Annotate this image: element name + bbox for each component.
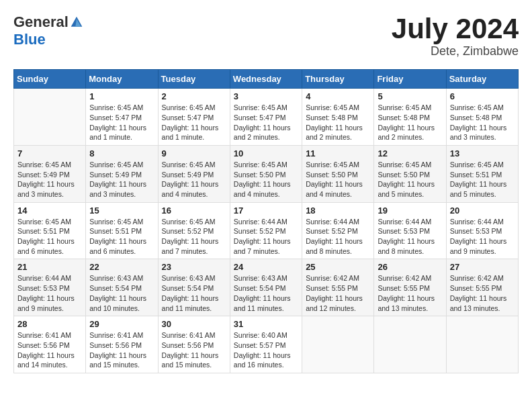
calendar-week-row: 21Sunrise: 6:44 AMSunset: 5:53 PMDayligh… (14, 259, 519, 316)
day-info: Sunrise: 6:44 AMSunset: 5:53 PMDaylight:… (378, 217, 442, 257)
calendar-cell: 11Sunrise: 6:45 AMSunset: 5:50 PMDayligh… (302, 145, 374, 202)
logo: General Blue (13, 13, 83, 48)
calendar-cell: 7Sunrise: 6:45 AMSunset: 5:49 PMDaylight… (14, 145, 86, 202)
logo-icon (70, 15, 83, 29)
day-info: Sunrise: 6:43 AMSunset: 5:54 PMDaylight:… (89, 273, 154, 313)
day-info: Sunrise: 6:45 AMSunset: 5:51 PMDaylight:… (89, 217, 154, 257)
day-number: 27 (450, 262, 515, 272)
day-info: Sunrise: 6:45 AMSunset: 5:51 PMDaylight:… (17, 217, 82, 257)
calendar-table: SundayMondayTuesdayWednesdayThursdayFrid… (13, 69, 519, 373)
day-number: 31 (234, 319, 298, 329)
calendar-cell: 15Sunrise: 6:45 AMSunset: 5:51 PMDayligh… (86, 202, 158, 259)
calendar-body: 1Sunrise: 6:45 AMSunset: 5:47 PMDaylight… (14, 89, 519, 373)
day-info: Sunrise: 6:45 AMSunset: 5:49 PMDaylight:… (89, 160, 154, 199)
day-info: Sunrise: 6:40 AMSunset: 5:57 PMDaylight:… (234, 330, 298, 370)
day-info: Sunrise: 6:41 AMSunset: 5:56 PMDaylight:… (89, 330, 154, 370)
calendar-cell (14, 89, 86, 146)
calendar-cell: 24Sunrise: 6:43 AMSunset: 5:54 PMDayligh… (230, 259, 302, 316)
day-number: 8 (89, 148, 154, 158)
day-number: 10 (234, 148, 298, 158)
day-number: 18 (306, 205, 370, 216)
weekday-header-friday: Friday (374, 70, 446, 89)
weekday-header-monday: Monday (86, 70, 158, 89)
calendar-week-row: 28Sunrise: 6:41 AMSunset: 5:56 PMDayligh… (14, 316, 519, 373)
day-info: Sunrise: 6:45 AMSunset: 5:50 PMDaylight:… (306, 160, 370, 199)
day-number: 2 (162, 91, 226, 101)
calendar-week-row: 14Sunrise: 6:45 AMSunset: 5:51 PMDayligh… (14, 202, 519, 259)
calendar-cell: 25Sunrise: 6:42 AMSunset: 5:55 PMDayligh… (302, 259, 374, 316)
calendar-cell (302, 316, 374, 373)
calendar-cell: 1Sunrise: 6:45 AMSunset: 5:47 PMDaylight… (86, 89, 158, 146)
calendar-cell (374, 316, 446, 373)
day-info: Sunrise: 6:45 AMSunset: 5:47 PMDaylight:… (234, 103, 298, 142)
calendar-cell: 31Sunrise: 6:40 AMSunset: 5:57 PMDayligh… (230, 316, 302, 373)
day-info: Sunrise: 6:41 AMSunset: 5:56 PMDaylight:… (17, 330, 82, 370)
calendar-cell: 16Sunrise: 6:45 AMSunset: 5:52 PMDayligh… (158, 202, 230, 259)
calendar-cell: 9Sunrise: 6:45 AMSunset: 5:49 PMDaylight… (158, 145, 230, 202)
calendar-cell: 3Sunrise: 6:45 AMSunset: 5:47 PMDaylight… (230, 89, 302, 146)
day-info: Sunrise: 6:45 AMSunset: 5:47 PMDaylight:… (162, 103, 226, 142)
calendar-cell: 12Sunrise: 6:45 AMSunset: 5:50 PMDayligh… (374, 145, 446, 202)
day-info: Sunrise: 6:42 AMSunset: 5:55 PMDaylight:… (306, 273, 370, 313)
calendar-header: SundayMondayTuesdayWednesdayThursdayFrid… (14, 70, 519, 89)
day-info: Sunrise: 6:45 AMSunset: 5:51 PMDaylight:… (450, 160, 515, 199)
calendar-cell: 23Sunrise: 6:43 AMSunset: 5:54 PMDayligh… (158, 259, 230, 316)
location-text: Dete, Zimbabwe (392, 44, 519, 58)
day-number: 28 (17, 319, 82, 329)
logo-blue-text: Blue (13, 31, 46, 48)
day-number: 15 (89, 205, 154, 216)
day-number: 7 (17, 148, 82, 158)
day-info: Sunrise: 6:45 AMSunset: 5:49 PMDaylight:… (162, 160, 226, 199)
day-number: 14 (17, 205, 82, 216)
day-info: Sunrise: 6:42 AMSunset: 5:55 PMDaylight:… (378, 273, 442, 313)
day-number: 21 (17, 262, 82, 272)
logo-general-text: General (13, 13, 69, 31)
calendar-cell: 26Sunrise: 6:42 AMSunset: 5:55 PMDayligh… (374, 259, 446, 316)
calendar-cell: 29Sunrise: 6:41 AMSunset: 5:56 PMDayligh… (86, 316, 158, 373)
title-area: July 2024 Dete, Zimbabwe (392, 13, 519, 58)
calendar-cell: 8Sunrise: 6:45 AMSunset: 5:49 PMDaylight… (86, 145, 158, 202)
weekday-header-sunday: Sunday (14, 70, 86, 89)
day-number: 26 (378, 262, 442, 272)
day-number: 12 (378, 148, 442, 158)
day-info: Sunrise: 6:43 AMSunset: 5:54 PMDaylight:… (234, 273, 298, 313)
day-info: Sunrise: 6:43 AMSunset: 5:54 PMDaylight:… (162, 273, 226, 313)
day-info: Sunrise: 6:45 AMSunset: 5:48 PMDaylight:… (378, 103, 442, 142)
calendar-cell: 28Sunrise: 6:41 AMSunset: 5:56 PMDayligh… (14, 316, 86, 373)
calendar-cell: 19Sunrise: 6:44 AMSunset: 5:53 PMDayligh… (374, 202, 446, 259)
calendar-cell: 30Sunrise: 6:41 AMSunset: 5:56 PMDayligh… (158, 316, 230, 373)
day-info: Sunrise: 6:45 AMSunset: 5:50 PMDaylight:… (378, 160, 442, 199)
calendar-cell: 21Sunrise: 6:44 AMSunset: 5:53 PMDayligh… (14, 259, 86, 316)
day-info: Sunrise: 6:45 AMSunset: 5:52 PMDaylight:… (162, 217, 226, 257)
day-info: Sunrise: 6:42 AMSunset: 5:55 PMDaylight:… (450, 273, 515, 313)
calendar-cell: 22Sunrise: 6:43 AMSunset: 5:54 PMDayligh… (86, 259, 158, 316)
day-number: 13 (450, 148, 515, 158)
calendar-cell: 17Sunrise: 6:44 AMSunset: 5:52 PMDayligh… (230, 202, 302, 259)
calendar-week-row: 1Sunrise: 6:45 AMSunset: 5:47 PMDaylight… (14, 89, 519, 146)
day-info: Sunrise: 6:44 AMSunset: 5:52 PMDaylight:… (306, 217, 370, 257)
day-number: 1 (89, 91, 154, 101)
day-number: 25 (306, 262, 370, 272)
day-number: 6 (450, 91, 515, 101)
weekday-header-row: SundayMondayTuesdayWednesdayThursdayFrid… (14, 70, 519, 89)
day-info: Sunrise: 6:44 AMSunset: 5:52 PMDaylight:… (234, 217, 298, 257)
calendar-cell: 10Sunrise: 6:45 AMSunset: 5:50 PMDayligh… (230, 145, 302, 202)
weekday-header-thursday: Thursday (302, 70, 374, 89)
day-info: Sunrise: 6:45 AMSunset: 5:47 PMDaylight:… (89, 103, 154, 142)
day-info: Sunrise: 6:45 AMSunset: 5:50 PMDaylight:… (234, 160, 298, 199)
calendar-cell: 13Sunrise: 6:45 AMSunset: 5:51 PMDayligh… (446, 145, 518, 202)
day-number: 30 (162, 319, 226, 329)
calendar-cell: 4Sunrise: 6:45 AMSunset: 5:48 PMDaylight… (302, 89, 374, 146)
calendar-cell: 5Sunrise: 6:45 AMSunset: 5:48 PMDaylight… (374, 89, 446, 146)
day-info: Sunrise: 6:44 AMSunset: 5:53 PMDaylight:… (17, 273, 82, 313)
calendar-cell: 18Sunrise: 6:44 AMSunset: 5:52 PMDayligh… (302, 202, 374, 259)
calendar-week-row: 7Sunrise: 6:45 AMSunset: 5:49 PMDaylight… (14, 145, 519, 202)
day-info: Sunrise: 6:45 AMSunset: 5:49 PMDaylight:… (17, 160, 82, 199)
day-number: 9 (162, 148, 226, 158)
calendar-cell: 20Sunrise: 6:44 AMSunset: 5:53 PMDayligh… (446, 202, 518, 259)
day-info: Sunrise: 6:45 AMSunset: 5:48 PMDaylight:… (450, 103, 515, 142)
day-info: Sunrise: 6:44 AMSunset: 5:53 PMDaylight:… (450, 217, 515, 257)
day-number: 4 (306, 91, 370, 101)
day-number: 22 (89, 262, 154, 272)
calendar-cell: 14Sunrise: 6:45 AMSunset: 5:51 PMDayligh… (14, 202, 86, 259)
